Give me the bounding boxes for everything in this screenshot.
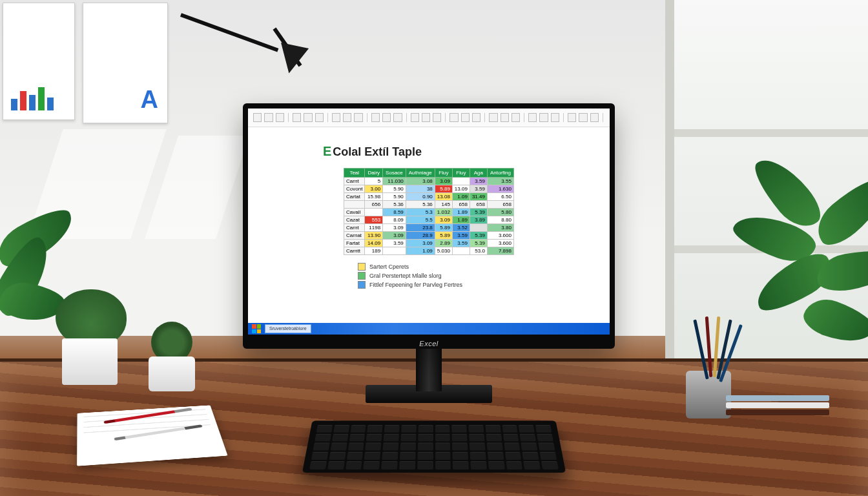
cell[interactable]: 656 bbox=[365, 201, 383, 209]
cell[interactable]: 13.08 bbox=[435, 193, 452, 201]
toolbar-button[interactable] bbox=[343, 113, 351, 122]
cell[interactable]: 658 bbox=[487, 201, 513, 209]
table-row[interactable]: Cartat15.985.900.9013.081.0931.496.50 bbox=[344, 193, 514, 201]
table-row[interactable]: Cavall8.595.31.0321.895.395.80 bbox=[344, 209, 514, 216]
cell[interactable]: 1.032 bbox=[435, 209, 452, 216]
column-header[interactable]: Fluy bbox=[435, 169, 452, 178]
cell[interactable]: 3.09 bbox=[383, 232, 406, 240]
cell[interactable]: 658 bbox=[470, 201, 487, 209]
cell[interactable]: 1.09 bbox=[406, 247, 435, 255]
cell[interactable]: 5.36 bbox=[406, 201, 435, 209]
table-row[interactable]: Carntt1891.095.03053.07.898 bbox=[344, 247, 514, 255]
toolbar-button[interactable] bbox=[382, 113, 391, 122]
cell[interactable]: 0.90 bbox=[406, 193, 435, 201]
toolbar-button[interactable] bbox=[354, 113, 362, 122]
cell[interactable]: 658 bbox=[452, 201, 470, 209]
cell[interactable]: 1.09 bbox=[452, 193, 470, 201]
toolbar-button[interactable] bbox=[332, 113, 340, 122]
toolbar-button[interactable] bbox=[304, 113, 312, 122]
cell[interactable]: 8.09 bbox=[383, 216, 406, 224]
cell[interactable]: 5.89 bbox=[435, 224, 452, 232]
toolbar-button[interactable] bbox=[568, 113, 576, 122]
column-header[interactable]: Fluy bbox=[452, 169, 470, 178]
column-header[interactable]: Teal bbox=[344, 169, 365, 178]
toolbar-button[interactable] bbox=[371, 113, 380, 122]
cell[interactable]: 3.59 bbox=[383, 240, 406, 247]
row-label[interactable]: Covont bbox=[344, 185, 365, 193]
cell[interactable]: 23.8 bbox=[406, 224, 435, 232]
toolbar-button[interactable] bbox=[472, 113, 480, 122]
toolbar-button[interactable] bbox=[411, 113, 419, 122]
taskbar-item[interactable]: Sruverstetroáblore bbox=[265, 324, 311, 333]
cell[interactable]: 3.59 bbox=[452, 240, 470, 247]
cell[interactable]: 1.89 bbox=[452, 209, 470, 216]
cell[interactable]: 6.50 bbox=[487, 193, 513, 201]
spreadsheet-table[interactable]: TealDairySosaceAuthniageFluyFluyAgaAntor… bbox=[344, 168, 514, 255]
cell[interactable]: 5 bbox=[365, 178, 383, 185]
column-header[interactable]: Authniage bbox=[406, 169, 435, 178]
row-label[interactable]: Carnat bbox=[344, 232, 365, 240]
cell[interactable]: 3.55 bbox=[487, 178, 513, 185]
cell[interactable]: 28.9 bbox=[406, 232, 435, 240]
cell[interactable] bbox=[383, 247, 406, 255]
cell[interactable]: 553 bbox=[365, 216, 383, 224]
cell[interactable]: 2.89 bbox=[435, 240, 452, 247]
table-row[interactable]: Carnt11983.0923.85.893.523.80 bbox=[344, 224, 514, 232]
toolbar-button[interactable] bbox=[539, 113, 548, 122]
cell[interactable] bbox=[452, 247, 470, 255]
cell[interactable]: 5.39 bbox=[470, 240, 487, 247]
row-label[interactable]: Cartat bbox=[344, 193, 365, 201]
toolbar-button[interactable] bbox=[450, 113, 458, 122]
cell[interactable]: 3.08 bbox=[406, 178, 435, 185]
cell[interactable]: 8.59 bbox=[383, 209, 406, 216]
toolbar-button[interactable] bbox=[579, 113, 587, 122]
toolbar-button[interactable] bbox=[551, 113, 559, 122]
row-label[interactable]: Carnt bbox=[344, 224, 365, 232]
toolbar-button[interactable] bbox=[264, 113, 273, 122]
cell[interactable] bbox=[470, 224, 487, 232]
cell[interactable]: 53.0 bbox=[470, 247, 487, 255]
toolbar-button[interactable] bbox=[253, 113, 262, 122]
table-row[interactable]: Covont3.005.90385.8913.093.591.630 bbox=[344, 185, 514, 193]
row-label[interactable]: Cazat bbox=[344, 216, 365, 224]
cell[interactable]: 5.80 bbox=[487, 209, 513, 216]
cell[interactable]: 3.600 bbox=[487, 232, 513, 240]
cell[interactable]: 8.80 bbox=[487, 216, 513, 224]
row-label[interactable]: Carntt bbox=[344, 247, 365, 255]
toolbar-button[interactable] bbox=[528, 113, 537, 122]
table-row[interactable]: Fartat14.093.593.092.893.595.393.600 bbox=[344, 240, 514, 247]
cell[interactable]: 3.52 bbox=[452, 224, 470, 232]
cell[interactable]: 5.89 bbox=[435, 185, 452, 193]
cell[interactable]: 5.3 bbox=[406, 209, 435, 216]
row-label[interactable]: Cavall bbox=[344, 209, 365, 216]
cell[interactable]: 3.59 bbox=[470, 178, 487, 185]
cell[interactable]: 3.00 bbox=[365, 185, 383, 193]
toolbar-button[interactable] bbox=[501, 113, 509, 122]
toolbar-button[interactable] bbox=[433, 113, 441, 122]
cell[interactable]: 5.39 bbox=[470, 232, 487, 240]
toolbar-button[interactable] bbox=[512, 113, 520, 122]
cell[interactable]: 3.09 bbox=[406, 240, 435, 247]
table-row[interactable]: 6565.365.36145658658658 bbox=[344, 201, 514, 209]
cell[interactable]: 3.59 bbox=[452, 232, 470, 240]
cell[interactable] bbox=[452, 178, 470, 185]
table-row[interactable]: Carnat13.903.0928.95.893.595.393.600 bbox=[344, 232, 514, 240]
cell[interactable]: 13.09 bbox=[452, 185, 470, 193]
cell[interactable]: 13.90 bbox=[365, 232, 383, 240]
cell[interactable]: 5.90 bbox=[383, 185, 406, 193]
cell[interactable] bbox=[365, 209, 383, 216]
cell[interactable]: 3.09 bbox=[435, 216, 452, 224]
column-header[interactable]: Sosace bbox=[383, 169, 406, 178]
row-label[interactable]: Carnt bbox=[344, 178, 365, 185]
cell[interactable]: 5.89 bbox=[435, 232, 452, 240]
cell[interactable]: 1.89 bbox=[452, 216, 470, 224]
cell[interactable]: 3.600 bbox=[487, 240, 513, 247]
cell[interactable]: 11.030 bbox=[383, 178, 406, 185]
cell[interactable]: 5.36 bbox=[383, 201, 406, 209]
row-label[interactable]: Fartat bbox=[344, 240, 365, 247]
cell[interactable]: 14.09 bbox=[365, 240, 383, 247]
app-toolbar[interactable] bbox=[248, 108, 610, 127]
toolbar-button[interactable] bbox=[393, 113, 402, 122]
toolbar-button[interactable] bbox=[276, 113, 284, 122]
cell[interactable]: 7.898 bbox=[487, 247, 513, 255]
